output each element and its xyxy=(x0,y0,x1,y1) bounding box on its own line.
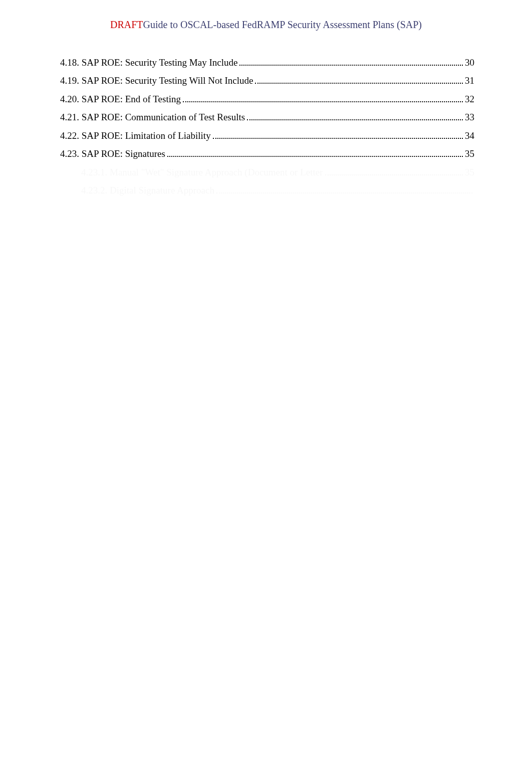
toc-entry: 4.23. SAP ROE: Signatures35 xyxy=(60,146,474,161)
toc-entry: 4.20. SAP ROE: End of Testing32 xyxy=(60,92,474,106)
toc-entry-title: 4.21. SAP ROE: Communication of Test Res… xyxy=(60,110,245,124)
toc-entry-title: 4.22. SAP ROE: Limitation of Liability xyxy=(60,128,211,143)
toc-entry-page: 32 xyxy=(465,92,474,106)
toc-leader-dots xyxy=(216,186,472,193)
footer-overlay xyxy=(54,734,478,747)
toc-leader-dots xyxy=(247,113,463,120)
toc-entry-title: 4.18. SAP ROE: Security Testing May Incl… xyxy=(60,55,237,70)
page-header: DRAFTGuide to OSCAL-based FedRAMP Securi… xyxy=(0,19,532,31)
toc-entry-page: 31 xyxy=(465,73,474,88)
toc-entry-page: 35 xyxy=(465,146,474,161)
toc-leader-dots xyxy=(213,131,463,138)
toc-leader-dots xyxy=(325,168,463,175)
toc-leader-dots xyxy=(167,150,463,157)
toc-entry-page: 34 xyxy=(465,128,474,143)
document-page: DRAFTGuide to OSCAL-based FedRAMP Securi… xyxy=(0,0,532,780)
toc-entry: 4.22. SAP ROE: Limitation of Liability34 xyxy=(60,128,474,143)
toc-entry-page: 33 xyxy=(465,110,474,124)
toc-leader-dots xyxy=(183,95,463,102)
table-of-contents: 4.18. SAP ROE: Security Testing May Incl… xyxy=(60,55,474,202)
toc-entry: 4.23.2. Digital Signature Approach xyxy=(60,183,474,198)
draft-label: DRAFT xyxy=(110,19,143,30)
toc-entry-title: 4.23.2. Digital Signature Approach xyxy=(81,183,214,198)
toc-entry: 4.21. SAP ROE: Communication of Test Res… xyxy=(60,110,474,124)
toc-entry-page: 30 xyxy=(465,55,474,70)
toc-leader-dots xyxy=(239,59,463,66)
toc-leader-dots xyxy=(255,77,463,84)
toc-entry-page: 35 xyxy=(465,165,474,179)
toc-entry-title: 4.19. SAP ROE: Security Testing Will Not… xyxy=(60,73,253,88)
toc-entry-title: 4.23.1. Manual "Wet" Signature Approach … xyxy=(81,165,323,179)
toc-entry: 4.18. SAP ROE: Security Testing May Incl… xyxy=(60,55,474,70)
toc-entry-title: 4.23. SAP ROE: Signatures xyxy=(60,146,165,161)
toc-entry: 4.19. SAP ROE: Security Testing Will Not… xyxy=(60,73,474,88)
header-title: Guide to OSCAL-based FedRAMP Security As… xyxy=(143,19,422,30)
toc-entry: 4.23.1. Manual "Wet" Signature Approach … xyxy=(60,165,474,179)
toc-entry-title: 4.20. SAP ROE: End of Testing xyxy=(60,92,181,106)
